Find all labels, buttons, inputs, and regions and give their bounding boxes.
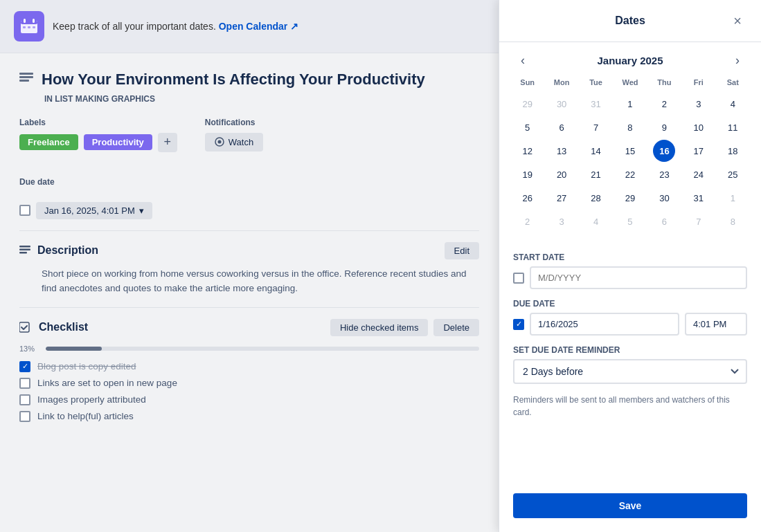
svg-rect-8 bbox=[19, 76, 33, 78]
hide-checked-button[interactable]: Hide checked items bbox=[330, 319, 428, 336]
prev-month-button[interactable]: ‹ bbox=[513, 51, 532, 70]
save-button[interactable]: Save bbox=[513, 493, 747, 518]
checklist-item-2-checkbox[interactable] bbox=[19, 378, 30, 389]
cal-day[interactable]: 9 bbox=[653, 116, 675, 138]
svg-rect-4 bbox=[23, 26, 26, 28]
checklist-item: Link to help(ful) articles bbox=[19, 411, 479, 422]
due-date-checkbox[interactable] bbox=[19, 205, 30, 216]
cal-day[interactable]: 8 bbox=[722, 210, 744, 232]
watch-icon bbox=[215, 137, 224, 147]
description-title: Description bbox=[37, 244, 98, 257]
checklist-icon bbox=[19, 322, 32, 333]
cal-day[interactable]: 30 bbox=[550, 93, 573, 115]
due-date-form-row: Due date bbox=[513, 299, 747, 336]
cal-day[interactable]: 25 bbox=[722, 163, 744, 185]
cal-day[interactable]: 19 bbox=[517, 163, 539, 185]
cal-day[interactable]: 2 bbox=[653, 93, 675, 115]
label-freelance[interactable]: Freelance bbox=[19, 134, 78, 150]
cal-day[interactable]: 28 bbox=[585, 187, 607, 209]
day-header-mon: Mon bbox=[544, 75, 578, 89]
cal-day[interactable]: 13 bbox=[550, 140, 573, 162]
cal-day[interactable]: 26 bbox=[517, 187, 539, 209]
calendar-grid: Sun Mon Tue Wed Thu Fri Sat 29 30 31 1 2… bbox=[499, 75, 761, 241]
cal-day[interactable]: 5 bbox=[619, 210, 641, 232]
day-header-fri: Fri bbox=[681, 75, 715, 89]
description-section-header: Description Edit bbox=[19, 242, 479, 259]
dates-header: Dates × bbox=[499, 0, 761, 42]
cal-day[interactable]: 22 bbox=[619, 163, 641, 185]
edit-description-button[interactable]: Edit bbox=[445, 242, 479, 259]
cal-day[interactable]: 23 bbox=[653, 163, 675, 185]
calendar-week-6: 2 3 4 5 6 7 8 bbox=[510, 210, 750, 233]
cal-day[interactable]: 27 bbox=[550, 187, 573, 209]
cal-day[interactable]: 11 bbox=[722, 116, 744, 138]
due-date-time-input[interactable] bbox=[685, 313, 747, 336]
next-month-button[interactable]: › bbox=[728, 51, 747, 70]
cal-day[interactable]: 31 bbox=[585, 93, 607, 115]
day-header-tue: Tue bbox=[579, 75, 613, 89]
cal-day[interactable]: 2 bbox=[517, 210, 539, 232]
calendar-day-headers: Sun Mon Tue Wed Thu Fri Sat bbox=[510, 75, 750, 89]
cal-day[interactable]: 1 bbox=[722, 187, 744, 209]
day-header-sat: Sat bbox=[716, 75, 750, 89]
cal-day[interactable]: 20 bbox=[550, 163, 573, 185]
cal-day[interactable]: 6 bbox=[550, 116, 573, 138]
cal-day[interactable]: 8 bbox=[619, 116, 641, 138]
open-calendar-link[interactable]: Open Calendar ↗ bbox=[219, 21, 298, 32]
start-date-checkbox[interactable] bbox=[513, 273, 524, 284]
checklist-item-3-checkbox[interactable] bbox=[19, 394, 30, 405]
checklist-item: Links are set to open in new page bbox=[19, 378, 479, 389]
due-date-button[interactable]: Jan 16, 2025, 4:01 PM ▾ bbox=[36, 202, 152, 219]
cal-day[interactable]: 14 bbox=[585, 140, 607, 162]
card-list-info: in list MAKING GRAPHICS bbox=[44, 94, 479, 104]
svg-rect-2 bbox=[24, 19, 26, 23]
calendar-week-4: 19 20 21 22 23 24 25 bbox=[510, 163, 750, 186]
cal-day[interactable]: 10 bbox=[688, 116, 710, 138]
cal-day[interactable]: 7 bbox=[585, 116, 607, 138]
checklist-item-1-checkbox[interactable] bbox=[19, 361, 30, 372]
svg-rect-3 bbox=[33, 19, 35, 23]
svg-rect-12 bbox=[19, 246, 30, 248]
left-panel: Keep track of all your important dates. … bbox=[0, 0, 499, 532]
add-label-button[interactable]: + bbox=[158, 133, 177, 152]
banner-text: Keep track of all your important dates. … bbox=[53, 21, 298, 32]
cal-day[interactable]: 21 bbox=[585, 163, 607, 185]
cal-day[interactable]: 12 bbox=[517, 140, 539, 162]
cal-day[interactable]: 4 bbox=[585, 210, 607, 232]
cal-day[interactable]: 3 bbox=[550, 210, 573, 232]
cal-day[interactable]: 1 bbox=[619, 93, 641, 115]
cal-day[interactable]: 30 bbox=[653, 187, 675, 209]
cal-day[interactable]: 18 bbox=[722, 140, 744, 162]
close-dates-button[interactable]: × bbox=[728, 11, 747, 30]
cal-day[interactable]: 29 bbox=[517, 93, 539, 115]
start-date-input[interactable] bbox=[530, 266, 747, 289]
cal-day[interactable]: 15 bbox=[619, 140, 641, 162]
due-date-form-checkbox[interactable] bbox=[513, 319, 524, 330]
cal-day[interactable]: 31 bbox=[688, 187, 710, 209]
cal-day[interactable]: 17 bbox=[688, 140, 710, 162]
cal-day[interactable]: 3 bbox=[688, 93, 710, 115]
reminder-select[interactable]: None 1 Day before 2 Days before 1 Week b… bbox=[513, 359, 747, 384]
cal-day[interactable]: 29 bbox=[619, 187, 641, 209]
checklist-item-4-checkbox[interactable] bbox=[19, 411, 30, 422]
reminder-row: Set due date reminder None 1 Day before … bbox=[513, 345, 747, 384]
calendar-nav: ‹ January 2025 › bbox=[499, 42, 761, 75]
cal-day[interactable]: 24 bbox=[688, 163, 710, 185]
calendar-week-5: 26 27 28 29 30 31 1 bbox=[510, 186, 750, 210]
svg-point-11 bbox=[217, 140, 221, 144]
cal-day[interactable]: 4 bbox=[722, 93, 744, 115]
delete-checklist-button[interactable]: Delete bbox=[433, 319, 479, 336]
cal-day-selected[interactable]: 16 bbox=[653, 140, 675, 162]
checklist-item-4-text: Link to help(ful) articles bbox=[37, 411, 134, 421]
start-date-label: Start date bbox=[513, 253, 747, 262]
due-date-row: Jan 16, 2025, 4:01 PM ▾ bbox=[19, 202, 479, 219]
due-date-date-input[interactable] bbox=[530, 313, 679, 336]
labels-label: Labels bbox=[19, 118, 177, 127]
progress-percent: 13% bbox=[19, 345, 39, 353]
cal-day[interactable]: 5 bbox=[517, 116, 539, 138]
cal-day[interactable]: 6 bbox=[653, 210, 675, 232]
card-title-row: How Your Environment Is Affecting Your P… bbox=[19, 70, 479, 90]
cal-day[interactable]: 7 bbox=[688, 210, 710, 232]
label-productivity[interactable]: Productivity bbox=[84, 134, 152, 150]
watch-button[interactable]: Watch bbox=[205, 133, 263, 152]
